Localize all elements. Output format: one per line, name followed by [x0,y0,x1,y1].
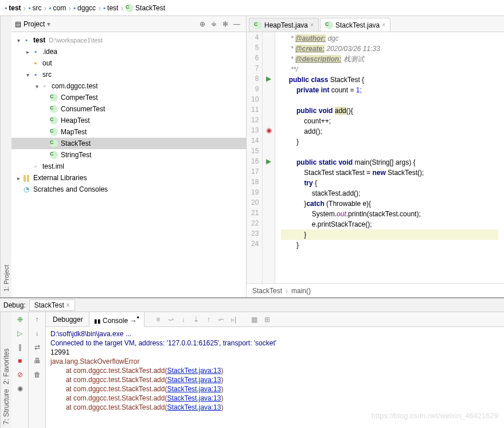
breadcrumb-item[interactable]: ▪com [49,4,66,12]
debug-panel: Debug: StackTest × 7: Structure 2: Favor… [0,297,504,428]
stack-link[interactable]: StackTest.java:13 [167,394,221,402]
locate-icon[interactable]: ⊕ [197,20,208,28]
console-output[interactable]: D:\soft\jdk8\bin\java.exe ...Connected t… [46,327,504,428]
debug-step-tools: ↑ ↓ ⇄ 🖶 🗑 [29,312,46,428]
camera-icon[interactable]: ◉ [15,384,25,395]
project-tool-tab[interactable]: 1: Project [2,263,10,294]
down-icon[interactable]: ↓ [32,329,42,340]
stack-link[interactable]: StackTest.java:13 [167,367,221,375]
editor-area: CHeapTest.java×CStackTest.java× 45678910… [247,16,504,297]
tree-item[interactable]: ▸▪.idea [11,46,246,57]
debug-run-tab[interactable]: StackTest × [29,299,75,311]
class-icon: C [254,21,262,29]
tree-item[interactable]: ▸‖‖External Libraries [11,172,246,184]
favorites-tab[interactable]: 2: Favorites [2,348,10,384]
pause-icon[interactable]: ‖ [15,343,25,353]
project-tree: ▾▪testD:\workspace1\test▸▪.idea▪out▾▪src… [11,32,246,297]
stop-icon[interactable]: ■ [15,357,25,367]
project-panel: ▤ Project ▾ ⊕ ≑ ✻ — ▾▪testD:\workspace1\… [11,16,247,297]
crumb-class[interactable]: StackTest [252,287,282,295]
tree-item[interactable]: CComperTest [11,92,246,103]
stack-link[interactable]: StackTest.java:13 [167,385,221,393]
trace-icon[interactable]: ⊞ [261,316,273,324]
step-icon[interactable]: ≡ [153,316,164,324]
step-out-icon[interactable]: ↑ [203,316,214,324]
expand-icon[interactable]: ≑ [208,20,220,28]
tree-item[interactable]: CHeapTest [11,115,246,126]
resume-icon[interactable]: ▷ [15,329,25,340]
debug-run-tools: ❉ ▷ ‖ ■ ⊘ ◉ [11,312,29,428]
left-tool-strip: 1: Project [0,16,11,297]
force-step-icon[interactable]: ⇣ [190,316,202,324]
debug-label: Debug: [3,301,26,309]
stack-link[interactable]: StackTest.java:13 [167,376,221,384]
close-icon[interactable]: × [310,22,314,28]
editor-tab[interactable]: CStackTest.java× [320,18,390,32]
drop-frame-icon[interactable]: ⤺ [216,316,227,324]
structure-tab[interactable]: 7: Structure [2,389,10,425]
tree-item[interactable]: ▫test.iml [11,161,246,172]
tree-item[interactable]: CConsumerTest [11,103,246,115]
project-title: Project [24,20,45,28]
mute-bp-icon[interactable]: ⊘ [15,371,25,381]
hide-icon[interactable]: — [231,20,243,28]
step-into-icon[interactable]: ↓ [178,316,189,324]
editor-crumbs: StackTest › main() [247,283,504,297]
tree-item[interactable]: CMapTest [11,126,246,138]
run-cursor-icon[interactable]: ▹| [228,316,240,324]
wrap-icon[interactable]: ⇄ [32,343,42,353]
tree-item[interactable]: ▾▪src [11,69,246,80]
print-icon[interactable]: 🖶 [32,357,42,367]
tree-item[interactable]: ▾▪testD:\workspace1\test [11,34,246,46]
eval-icon[interactable]: ▦ [249,316,260,324]
code-editor[interactable]: * @author: dgc * @create: 2020/03/26 11:… [275,32,504,283]
bug-icon[interactable]: ❉ [15,316,25,326]
tree-item[interactable]: CStackTest [11,138,246,149]
breadcrumb-item[interactable]: CStackTest [126,4,165,12]
close-icon[interactable]: × [382,22,385,28]
tree-item[interactable]: ▾▫com.dggcc.test [11,80,246,92]
tree-item[interactable]: ◔Scratches and Consoles [11,184,246,195]
trash-icon[interactable]: 🗑 [32,371,42,381]
step-over-icon[interactable]: ⤻ [165,316,177,324]
console-tab[interactable]: ▮▮ Console →• [89,312,144,327]
gutter-icons: ▶◉▶ [263,32,275,283]
line-gutter: 456789101112131415161718192021222324 [247,32,263,283]
editor-tabs: CHeapTest.java×CStackTest.java× [247,16,504,32]
run-gutter-icon[interactable]: ▶ [266,75,271,83]
breadcrumb-item[interactable]: ▪dggcc [73,4,96,12]
settings-icon[interactable]: ✻ [220,20,231,28]
class-icon: C [325,21,333,29]
breakpoint-icon[interactable]: ◉ [266,126,272,134]
breadcrumb: ▪test›▪src›▪com›▪dggcc›▪test›CStackTest [0,0,504,16]
debugger-tab[interactable]: Debugger [48,314,88,325]
up-icon[interactable]: ↑ [32,316,42,326]
breadcrumb-item[interactable]: ▪src [28,4,41,12]
stack-link[interactable]: StackTest.java:13 [167,403,221,411]
tree-item[interactable]: CStringTest [11,149,246,161]
crumb-method[interactable]: main() [291,287,311,295]
breadcrumb-item[interactable]: ▪test [103,4,119,12]
bottom-left-strip: 7: Structure 2: Favorites [0,312,11,428]
tree-item[interactable]: ▪out [11,57,246,69]
project-icon: ▤ [15,20,21,28]
breadcrumb-item[interactable]: ▪test [5,4,21,12]
editor-tab[interactable]: CHeapTest.java× [249,18,319,32]
run-gutter-icon[interactable]: ▶ [266,157,271,165]
